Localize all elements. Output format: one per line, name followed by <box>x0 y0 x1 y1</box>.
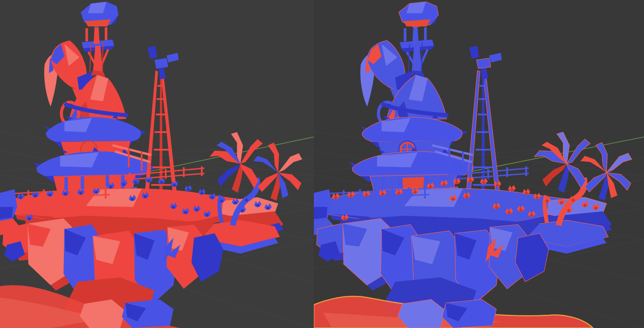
viewport-panel-right[interactable] <box>314 0 644 328</box>
viewport-canvas-left[interactable] <box>0 0 314 328</box>
viewport-panel-left[interactable] <box>0 0 314 328</box>
viewport-comparison <box>0 0 644 328</box>
viewport-canvas-right[interactable] <box>314 0 644 328</box>
